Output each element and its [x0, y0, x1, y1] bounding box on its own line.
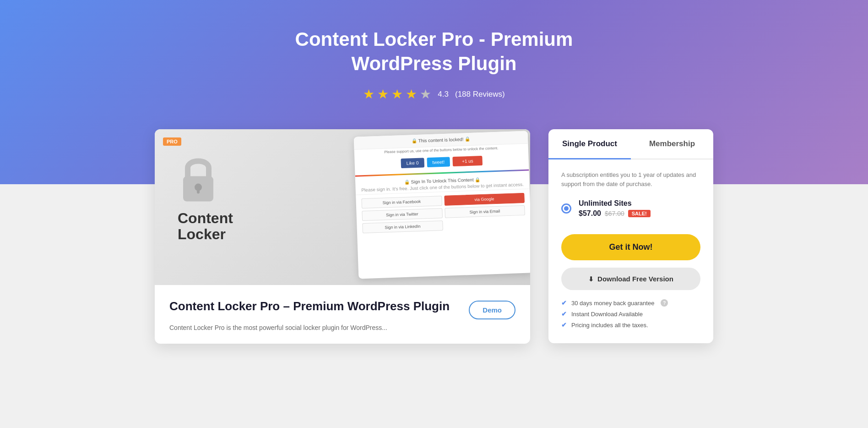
star-2: ★: [377, 87, 389, 102]
radio-unlimited-sites[interactable]: [561, 203, 571, 214]
mockup-gp-btn[interactable]: +1 us: [453, 156, 483, 166]
feature-pricing-taxes: ✔ Pricing includes all the taxes.: [561, 321, 700, 329]
product-description: Content Locker Pro is the most powerful …: [169, 323, 515, 333]
star-5: ★: [420, 87, 431, 102]
feature-instant-download: ✔ Instant Download Available: [561, 310, 700, 318]
price-row: $57.00 $67.00 SALE!: [579, 209, 700, 218]
mockup-google-signin: via Google: [444, 193, 525, 206]
product-image: PRO ContentLocker 🔒 This content is lock…: [155, 129, 530, 285]
rating-reviews: (188 Reviews): [455, 90, 505, 99]
feature-instant-download-text: Instant Download Available: [571, 311, 643, 318]
product-card: PRO ContentLocker 🔒 This content is lock…: [155, 129, 530, 344]
tab-membership[interactable]: Membership: [631, 129, 713, 159]
feature-money-back: ✔ 30 days money back guarantee ?: [561, 299, 700, 307]
rating-row: ★ ★ ★ ★ ★ 4.3 (188 Reviews): [9, 87, 859, 102]
price-current: $57.00: [579, 209, 601, 218]
mockup-tw-btn[interactable]: tweet!: [427, 157, 450, 167]
download-free-button[interactable]: ⬇ Download Free Version: [561, 268, 700, 290]
download-icon: ⬇: [588, 275, 594, 283]
pricing-option: Unlimited Sites $57.00 $67.00 SALE!: [561, 199, 700, 218]
help-icon[interactable]: ?: [661, 299, 668, 307]
mockup-li-signin: Sign in via LinkedIn: [362, 220, 443, 233]
option-info: Unlimited Sites $57.00 $67.00 SALE!: [579, 199, 700, 218]
mockup-signin-buttons: Sign in via Facebook via Google Sign in …: [356, 189, 530, 237]
subscription-note: A subscription entitles you to 1 year of…: [561, 170, 700, 188]
pricing-body: A subscription entitles you to 1 year of…: [548, 159, 713, 343]
mockup-tw-signin: Sign in via Twitter: [362, 208, 442, 221]
mockup-fb-signin: Sign in via Facebook: [361, 196, 442, 209]
sale-badge: SALE!: [628, 210, 651, 217]
feature-pricing-taxes-text: Pricing includes all the taxes.: [571, 322, 648, 329]
check-icon-3: ✔: [561, 321, 567, 329]
product-info-title: Content Locker Pro – Premium WordPress P…: [169, 299, 515, 314]
pricing-tabs: Single Product Membership: [548, 129, 713, 159]
product-info: Demo Content Locker Pro – Premium WordPr…: [155, 285, 530, 344]
check-icon-2: ✔: [561, 310, 567, 318]
mockup-fb-btn[interactable]: Like 0: [401, 158, 424, 168]
ui-mockup: 🔒 This content is locked! 🔒 Please suppo…: [354, 131, 530, 279]
price-original: $67.00: [605, 210, 624, 217]
rating-value: 4.3: [438, 90, 449, 99]
demo-button[interactable]: Demo: [469, 301, 515, 319]
pro-badge: PRO: [163, 137, 181, 146]
star-1: ★: [363, 87, 374, 102]
lock-icon: [178, 154, 219, 205]
features-list: ✔ 30 days money back guarantee ? ✔ Insta…: [561, 299, 700, 329]
get-it-now-button[interactable]: Get it Now!: [561, 234, 700, 260]
hero-title: Content Locker Pro - Premium WordPress P…: [274, 27, 594, 76]
download-free-label: Download Free Version: [597, 275, 673, 283]
option-name: Unlimited Sites: [579, 199, 700, 208]
svg-rect-2: [197, 187, 200, 194]
feature-money-back-text: 30 days money back guarantee: [571, 300, 654, 307]
lock-illustration: ContentLocker: [178, 154, 233, 242]
tab-single-product[interactable]: Single Product: [548, 129, 631, 159]
star-3: ★: [391, 87, 403, 102]
main-content: PRO ContentLocker 🔒 This content is lock…: [136, 129, 732, 344]
star-4: ★: [406, 87, 417, 102]
content-locker-label: ContentLocker: [178, 210, 233, 242]
check-icon-1: ✔: [561, 299, 567, 307]
mockup-email-signin: Sign in via Email: [445, 205, 525, 218]
pricing-card: Single Product Membership A subscription…: [548, 129, 713, 343]
